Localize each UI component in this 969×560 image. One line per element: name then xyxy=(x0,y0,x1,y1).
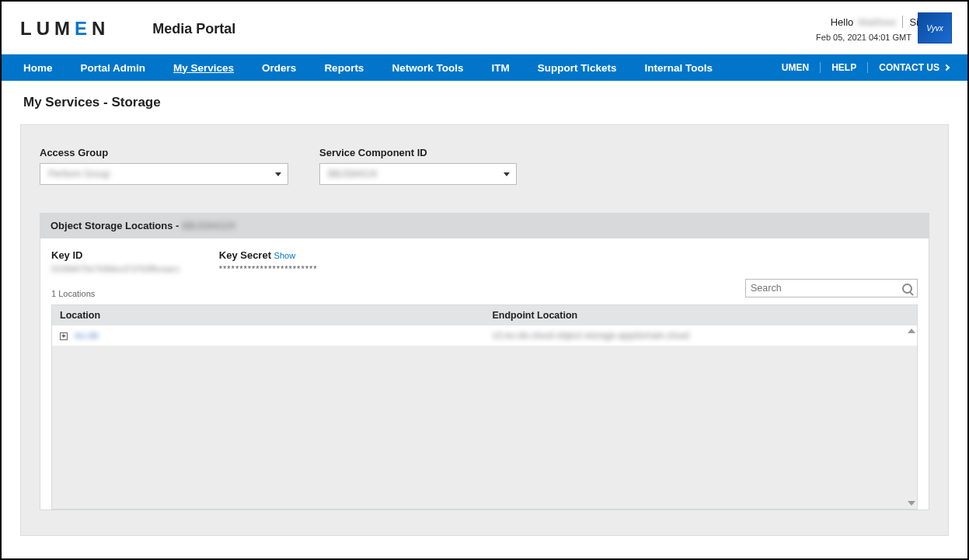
key-secret-col: Key Secret Show ************************ xyxy=(219,249,318,273)
user-name: Matthew xyxy=(858,16,896,28)
nav-orders[interactable]: Orders xyxy=(248,62,310,74)
search-icon[interactable] xyxy=(902,283,912,294)
partner-logo-text: Vyvx xyxy=(926,24,943,33)
greeting-label: Hello xyxy=(831,16,854,28)
key-id-col: Key ID 0100b670e7b9bbcd7d7b9fbcaacc xyxy=(51,249,180,273)
scroll-up-icon[interactable] xyxy=(908,329,915,333)
section-title-id: BBJS843JX xyxy=(182,220,235,231)
nav-bar: Home Portal Admin My Services Orders Rep… xyxy=(2,54,967,81)
nav-home[interactable]: Home xyxy=(9,62,67,74)
scroll-down-icon[interactable] xyxy=(908,501,915,506)
header-bar: LUMEN Media Portal Hello Matthew Sign Ou… xyxy=(2,2,967,54)
nav-help[interactable]: HELP xyxy=(820,62,867,73)
page-title-row: My Services - Storage xyxy=(2,81,967,120)
partner-logo: Vyvx xyxy=(918,12,952,43)
service-component-value: BBJS843JX xyxy=(328,169,378,179)
app-frame: LUMEN Media Portal Hello Matthew Sign Ou… xyxy=(0,0,969,560)
nav-contact-us[interactable]: CONTACT US xyxy=(867,62,960,73)
nav-portal-admin[interactable]: Portal Admin xyxy=(67,62,160,74)
expand-icon[interactable]: + xyxy=(60,332,68,340)
nav-itm[interactable]: ITM xyxy=(477,62,523,74)
nav-reports[interactable]: Reports xyxy=(310,62,378,74)
col-location-header[interactable]: Location xyxy=(52,305,485,325)
key-secret-value: ************************ xyxy=(219,264,318,273)
user-divider xyxy=(902,16,903,28)
brand-pre: LUM xyxy=(20,18,75,39)
key-secret-show-link[interactable]: Show xyxy=(274,251,296,260)
nav-contact-label: CONTACT US xyxy=(879,62,939,73)
brand-post: N xyxy=(92,18,110,39)
key-id-value: 0100b670e7b9bbcd7d7b9fbcaacc xyxy=(51,264,180,273)
page-title: My Services - Storage xyxy=(23,95,946,110)
row-location-value[interactable]: eu-de xyxy=(75,330,99,341)
main-panel: Access Group Perform Group Service Compo… xyxy=(20,124,949,536)
timestamp: Feb 05, 2021 04:01 GMT xyxy=(816,33,911,42)
nav-umen[interactable]: UMEN xyxy=(771,62,820,73)
table-row[interactable]: + eu-de s3.eu-de.cloud-object-storage.ap… xyxy=(52,325,917,346)
brand-accent: E xyxy=(75,18,92,39)
filter-service-component: Service Component ID BBJS843JX xyxy=(319,147,517,185)
nav-network-tools[interactable]: Network Tools xyxy=(378,62,477,74)
nav-internal-tools[interactable]: Internal Tools xyxy=(630,62,727,74)
nav-my-services[interactable]: My Services xyxy=(159,62,248,74)
locations-table: Location Endpoint Location + eu-de s3.eu… xyxy=(51,304,918,510)
search-input[interactable] xyxy=(751,283,902,294)
nav-support-tickets[interactable]: Support Tickets xyxy=(524,62,631,74)
cell-endpoint: s3.eu-de.cloud-object-storage.appdomain.… xyxy=(485,325,918,346)
section-body: Key ID 0100b670e7b9bbcd7d7b9fbcaacc Key … xyxy=(40,238,929,510)
table-head: Location Endpoint Location xyxy=(52,305,917,325)
nav-right: UMEN HELP CONTACT US xyxy=(771,62,960,73)
key-secret-label-text: Key Secret xyxy=(219,249,271,261)
service-component-label: Service Component ID xyxy=(319,147,517,158)
cell-location: + eu-de xyxy=(52,325,485,346)
access-group-select[interactable]: Perform Group xyxy=(40,163,288,185)
access-group-value: Perform Group xyxy=(48,169,110,179)
chevron-right-icon xyxy=(943,64,950,71)
key-id-label: Key ID xyxy=(51,249,180,261)
filter-access-group: Access Group Perform Group xyxy=(40,147,288,185)
section-title-prefix: Object Storage Locations - xyxy=(51,220,179,231)
key-row: Key ID 0100b670e7b9bbcd7d7b9fbcaacc Key … xyxy=(51,249,918,273)
search-box[interactable] xyxy=(745,279,918,297)
caret-down-icon xyxy=(275,172,281,176)
access-group-label: Access Group xyxy=(40,147,288,158)
service-component-select[interactable]: BBJS843JX xyxy=(319,163,517,185)
col-endpoint-header[interactable]: Endpoint Location xyxy=(485,305,918,325)
key-secret-label: Key Secret Show xyxy=(219,249,318,261)
table-body[interactable]: + eu-de s3.eu-de.cloud-object-storage.ap… xyxy=(52,325,917,509)
filter-row: Access Group Perform Group Service Compo… xyxy=(40,147,929,185)
brand-logo: LUMEN xyxy=(20,18,110,40)
portal-title: Media Portal xyxy=(152,21,235,37)
caret-down-icon xyxy=(504,172,510,176)
section-header: Object Storage Locations - BBJS843JX xyxy=(40,213,929,238)
